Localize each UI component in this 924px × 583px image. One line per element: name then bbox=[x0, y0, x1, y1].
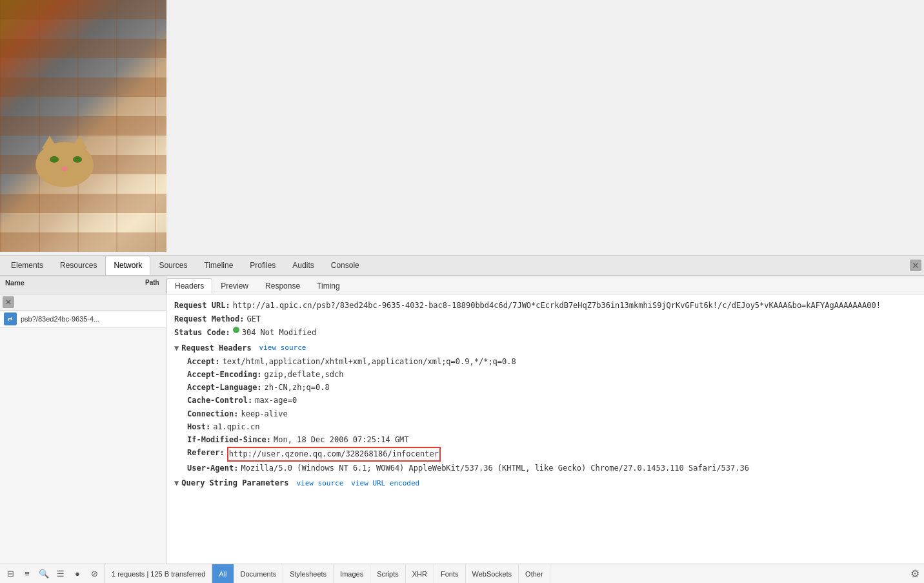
filter-xhr[interactable]: XHR bbox=[406, 564, 434, 583]
cache-control-label: Cache-Control: bbox=[187, 394, 252, 407]
filter-stylesheets[interactable]: Stylesheets bbox=[283, 564, 334, 583]
filter-websockets[interactable]: WebSockets bbox=[466, 564, 519, 583]
details-pane: Headers Preview Response Timing Request … bbox=[166, 276, 924, 564]
cat-eye-left bbox=[50, 156, 59, 163]
settings-gear-btn[interactable]: ⚙ bbox=[906, 565, 924, 583]
accept-language-value: zh-CN,zh;q=0.8 bbox=[265, 382, 330, 394]
connection-row: Connection: keep-alive bbox=[174, 408, 916, 420]
filter-documents[interactable]: Documents bbox=[234, 564, 284, 583]
request-url-value: http://a1.qpic.cn/psb?/83ed24bc-9635-403… bbox=[233, 300, 881, 312]
record-btn[interactable]: ● bbox=[70, 567, 85, 581]
section-toggle-icon[interactable]: ▼ bbox=[174, 342, 179, 354]
request-filename: psb?/83ed24bc-9635-4... bbox=[21, 315, 99, 323]
user-agent-value: Mozilla/5.0 (Windows NT 6.1; WOW64) Appl… bbox=[241, 462, 748, 475]
view-source-link2[interactable]: view source bbox=[296, 478, 343, 489]
headers-content[interactable]: Request URL: http://a1.qpic.cn/psb?/83ed… bbox=[166, 294, 924, 564]
if-modified-since-value: Mon, 18 Dec 2006 07:25:14 GMT bbox=[274, 434, 409, 446]
status-code-row: Status Code: 304 Not Modified bbox=[174, 327, 916, 339]
sidebar-close-btn[interactable]: ✕ bbox=[3, 296, 14, 308]
accept-language-label: Accept-Language: bbox=[187, 382, 262, 394]
query-params-section: ▼ Query String Parameters view source vi… bbox=[174, 477, 916, 489]
tab-resources[interactable]: Resources bbox=[52, 256, 105, 275]
request-url-label: Request URL: bbox=[174, 300, 230, 312]
cat-nose bbox=[61, 167, 68, 171]
view-url-encoded-link[interactable]: view URL encoded bbox=[351, 478, 419, 489]
tab-timing[interactable]: Timing bbox=[308, 278, 348, 294]
tab-network[interactable]: Network bbox=[105, 256, 150, 275]
accept-row: Accept: text/html,application/xhtml+xml,… bbox=[174, 356, 916, 368]
cat-eye-right bbox=[73, 156, 82, 163]
host-row: Host: a1.qpic.cn bbox=[174, 421, 916, 433]
tab-preview[interactable]: Preview bbox=[212, 278, 257, 294]
tab-response[interactable]: Response bbox=[257, 278, 308, 294]
referer-label: Referer: bbox=[187, 447, 225, 462]
filter-scripts[interactable]: Scripts bbox=[370, 564, 406, 583]
cache-control-value: max-age=0 bbox=[255, 394, 297, 407]
request-headers-title: Request Headers bbox=[181, 342, 251, 354]
accept-label: Accept: bbox=[187, 356, 220, 368]
if-modified-since-label: If-Modified-Since: bbox=[187, 434, 271, 446]
query-params-toggle[interactable]: ▼ bbox=[174, 477, 179, 489]
connection-label: Connection: bbox=[187, 408, 238, 420]
accept-encoding-value: gzip,deflate,sdch bbox=[265, 369, 344, 381]
devtools-close-button[interactable]: ✕ bbox=[910, 260, 921, 271]
request-method-value: GET bbox=[246, 313, 261, 325]
accept-encoding-label: Accept-Encoding: bbox=[187, 369, 262, 381]
dock-btn[interactable]: ⊟ bbox=[3, 567, 18, 581]
request-method-row: Request Method: GET bbox=[174, 313, 916, 325]
clear-btn[interactable]: ⊘ bbox=[86, 567, 102, 581]
status-code-label: Status Code: bbox=[174, 327, 230, 339]
network-sidebar: Name Path ✕ ⇄ psb?/83ed24bc-9635-4... bbox=[0, 276, 166, 564]
tab-timeline[interactable]: Timeline bbox=[196, 256, 241, 275]
sidebar-header: Name Path bbox=[0, 276, 166, 294]
status-green-dot bbox=[233, 327, 239, 333]
filter-tabs: All Documents Stylesheets Images Scripts… bbox=[212, 564, 906, 583]
referer-value: http://user.qzone.qq.com/328268186/infoc… bbox=[227, 447, 441, 462]
filter-images[interactable]: Images bbox=[334, 564, 370, 583]
request-headers-section: ▼ Request Headers view source bbox=[174, 342, 916, 354]
devtools-panel: Name Path ✕ ⇄ psb?/83ed24bc-9635-4... He… bbox=[0, 276, 924, 564]
status-code-value: 304 Not Modified bbox=[242, 327, 317, 339]
connection-value: keep-alive bbox=[241, 408, 287, 420]
cat-image bbox=[0, 0, 166, 252]
cat-head bbox=[35, 142, 94, 187]
user-agent-label: User-Agent: bbox=[187, 462, 238, 475]
bottom-bar: ⊟ ≡ 🔍 ☰ ● ⊘ 1 requests | 125 B transferr… bbox=[0, 564, 924, 583]
user-agent-row: User-Agent: Mozilla/5.0 (Windows NT 6.1;… bbox=[174, 462, 916, 475]
filter-other[interactable]: Other bbox=[519, 564, 550, 583]
search-btn[interactable]: 🔍 bbox=[36, 567, 52, 581]
detail-tabs: Headers Preview Response Timing bbox=[166, 276, 924, 294]
if-modified-since-row: If-Modified-Since: Mon, 18 Dec 2006 07:2… bbox=[174, 434, 916, 446]
bottom-left-controls: ⊟ ≡ 🔍 ☰ ● ⊘ bbox=[0, 564, 105, 583]
tab-profiles[interactable]: Profiles bbox=[241, 256, 284, 275]
request-url-row: Request URL: http://a1.qpic.cn/psb?/83ed… bbox=[174, 300, 916, 312]
request-status: 1 requests | 125 B transferred bbox=[105, 564, 212, 583]
sidebar-col-name: Name bbox=[0, 276, 140, 294]
network-request-item[interactable]: ⇄ psb?/83ed24bc-9635-4... bbox=[0, 311, 166, 328]
tab-sources[interactable]: Sources bbox=[150, 256, 196, 275]
host-value: a1.qpic.cn bbox=[213, 421, 259, 433]
filter-all[interactable]: All bbox=[212, 564, 234, 583]
list-view-btn[interactable]: ≡ bbox=[19, 567, 35, 581]
devtools-toolbar: Elements Resources Network Sources Timel… bbox=[0, 255, 924, 276]
cat-face bbox=[32, 136, 97, 187]
tab-console[interactable]: Console bbox=[323, 256, 368, 275]
host-label: Host: bbox=[187, 421, 210, 433]
accept-value: text/html,application/xhtml+xml,applicat… bbox=[223, 356, 516, 368]
query-params-title: Query String Parameters bbox=[181, 477, 288, 489]
tab-audits[interactable]: Audits bbox=[284, 256, 322, 275]
bullet-list-btn[interactable]: ☰ bbox=[53, 567, 68, 581]
cache-control-row: Cache-Control: max-age=0 bbox=[174, 394, 916, 407]
tab-elements[interactable]: Elements bbox=[3, 256, 52, 275]
sidebar-col-path: Path bbox=[140, 276, 166, 294]
filter-fonts[interactable]: Fonts bbox=[434, 564, 466, 583]
referer-row: Referer: http://user.qzone.qq.com/328268… bbox=[174, 447, 916, 462]
tab-headers[interactable]: Headers bbox=[166, 278, 212, 294]
browser-content bbox=[0, 0, 924, 255]
accept-language-row: Accept-Language: zh-CN,zh;q=0.8 bbox=[174, 382, 916, 394]
accept-encoding-row: Accept-Encoding: gzip,deflate,sdch bbox=[174, 369, 916, 381]
request-type-icon: ⇄ bbox=[4, 312, 17, 325]
view-source-link[interactable]: view source bbox=[259, 342, 306, 354]
request-method-label: Request Method: bbox=[174, 313, 244, 325]
